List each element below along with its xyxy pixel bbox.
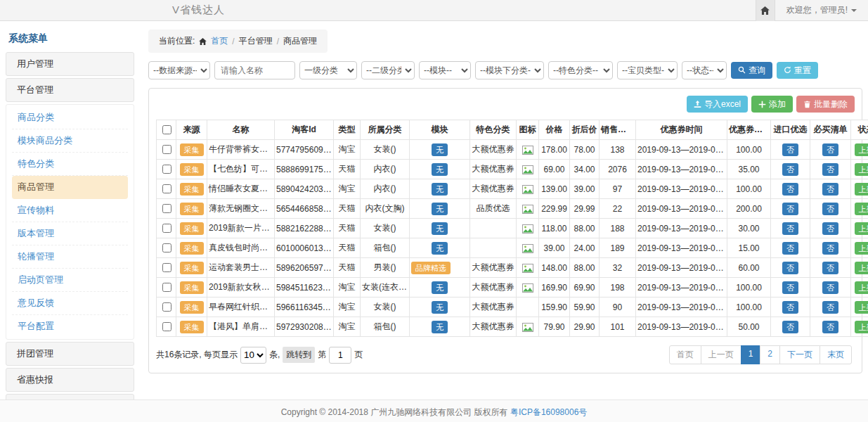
status-select[interactable]: --状态-- — [682, 61, 727, 79]
status-badge[interactable]: 上架 — [855, 163, 868, 176]
level1-category-select[interactable]: 一级分类 — [299, 61, 357, 79]
row-checkbox[interactable] — [162, 224, 171, 233]
sidebar-item-feature-category[interactable]: 特色分类 — [12, 153, 128, 176]
sidebar-item-groupbuy-management[interactable]: 拼团管理 — [6, 342, 134, 366]
cell-status: 上架 — [851, 258, 868, 278]
module-select[interactable]: --模块-- — [419, 61, 471, 79]
status-badge[interactable]: 上架 — [855, 321, 868, 333]
per-page-select[interactable]: 10 — [240, 347, 266, 364]
row-checkbox[interactable] — [162, 204, 171, 213]
must-buy-toggle[interactable]: 否 — [822, 203, 838, 215]
must-buy-toggle[interactable]: 否 — [822, 281, 838, 294]
sidebar-item-platform-config[interactable]: 平台配置 — [12, 315, 128, 338]
import-select-toggle[interactable]: 否 — [782, 163, 798, 176]
batch-delete-button[interactable]: 批量删除 — [796, 96, 855, 113]
table-row: 采集 牛仔背带裤女秋装减龄... 577479560965 淘宝 女装() 无 … — [157, 140, 868, 160]
discount-price: 29.90 — [570, 317, 600, 337]
product-image-icon — [522, 263, 533, 273]
module-subcategory-select[interactable]: --模块下分类-- — [475, 61, 544, 79]
row-checkbox[interactable] — [162, 283, 171, 292]
import-select-toggle[interactable]: 否 — [782, 222, 798, 235]
page-button[interactable]: 下一页 — [779, 345, 820, 364]
page-number-input[interactable] — [329, 347, 351, 364]
cell-module: 无 — [410, 298, 470, 317]
product-category: 内衣(文胸) — [361, 199, 410, 219]
page-button[interactable]: 首页 — [669, 345, 701, 364]
icp-link[interactable]: 粤ICP备16098006号 — [510, 407, 587, 417]
sidebar-item-version-management[interactable]: 版本管理 — [12, 222, 128, 245]
breadcrumb-home-link[interactable]: 首页 — [211, 35, 228, 47]
sidebar-item-carousel-management[interactable]: 轮播管理 — [12, 245, 128, 269]
select-all-checkbox[interactable] — [162, 125, 171, 134]
data-source-select[interactable]: --数据来源-- — [148, 61, 210, 79]
row-checkbox[interactable] — [162, 145, 171, 154]
import-excel-button[interactable]: 导入excel — [687, 96, 748, 113]
sidebar-item-savings-news[interactable]: 省惠快报 — [6, 368, 134, 392]
sidebar-item-user-management[interactable]: 用户管理 — [6, 52, 134, 76]
reset-button[interactable]: 重置 — [777, 62, 818, 79]
row-checkbox[interactable] — [162, 243, 171, 252]
must-buy-toggle[interactable]: 否 — [822, 163, 838, 176]
row-checkbox[interactable] — [162, 184, 171, 193]
page: V省钱达人 欢迎您，管理员! 系统菜单 用户管理 平台管理 商品分类 模块商品分… — [0, 0, 868, 422]
home-button[interactable] — [756, 0, 775, 21]
feature-category-select[interactable]: --特色分类-- — [548, 61, 613, 79]
import-select-toggle[interactable]: 否 — [782, 143, 798, 156]
sidebar-item-feedback[interactable]: 意见反馈 — [12, 292, 128, 315]
item-type-select[interactable]: --宝贝类型-- — [617, 61, 678, 79]
sidebar-item-product-category[interactable]: 商品分类 — [12, 106, 128, 129]
import-select-toggle[interactable]: 否 — [782, 183, 798, 196]
status-badge[interactable]: 上架 — [855, 262, 868, 274]
discount-price: 88.00 — [570, 258, 600, 278]
jump-button[interactable]: 跳转到 — [283, 347, 315, 363]
page-button[interactable]: 上一页 — [701, 345, 741, 364]
import-select-toggle[interactable]: 否 — [782, 301, 798, 314]
row-checkbox[interactable] — [162, 263, 171, 272]
must-buy-toggle[interactable]: 否 — [822, 262, 838, 274]
import-select-toggle[interactable]: 否 — [782, 321, 798, 333]
status-badge[interactable]: 上架 — [855, 222, 868, 235]
import-select-toggle[interactable]: 否 — [782, 281, 798, 294]
sidebar-item-product-management[interactable]: 商品管理 — [12, 176, 128, 199]
name-search-input[interactable] — [214, 61, 295, 79]
product-name: 运动套装男士卫衣初秋... — [207, 258, 275, 278]
coupon-time: 2019-09-13—2019-09-17 — [636, 278, 727, 298]
user-menu[interactable]: 欢迎您，管理员! — [775, 4, 868, 16]
page-buttons: 首页上一页12下一页末页 — [670, 345, 852, 364]
must-buy-toggle[interactable]: 否 — [822, 242, 838, 255]
row-checkbox[interactable] — [162, 302, 171, 312]
sidebar-item-promo-material[interactable]: 宣传物料 — [12, 199, 128, 222]
level2-category-select[interactable]: --二级分类-- — [361, 61, 415, 79]
import-select-toggle[interactable]: 否 — [782, 203, 798, 215]
price: 79.90 — [539, 317, 570, 337]
status-badge[interactable]: 上架 — [855, 242, 868, 255]
must-buy-toggle[interactable]: 否 — [822, 222, 838, 235]
sidebar-item-splash-management[interactable]: 启动页管理 — [12, 269, 128, 292]
sidebar-item-module-product-category[interactable]: 模块商品分类 — [12, 129, 128, 153]
status-badge[interactable]: 上架 — [855, 203, 868, 215]
add-button[interactable]: 添加 — [751, 96, 793, 113]
sidebar-item-platform-management[interactable]: 平台管理 — [6, 78, 134, 102]
must-buy-toggle[interactable]: 否 — [822, 301, 838, 314]
import-select-toggle[interactable]: 否 — [782, 262, 798, 274]
page-button[interactable]: 1 — [741, 345, 761, 364]
import-select-toggle[interactable]: 否 — [782, 242, 798, 255]
query-button[interactable]: 查询 — [731, 62, 772, 79]
cell-module: 无 — [410, 278, 470, 298]
discount-price: 88.00 — [570, 219, 600, 238]
status-badge[interactable]: 上架 — [855, 301, 868, 314]
taoke-id: 588216228899 — [275, 219, 334, 238]
must-buy-toggle[interactable]: 否 — [822, 321, 838, 333]
row-checkbox[interactable] — [162, 322, 171, 331]
must-buy-toggle[interactable]: 否 — [822, 143, 838, 156]
status-badge[interactable]: 上架 — [855, 143, 868, 156]
table-row: 采集 薄款无钢圈文胸聚拢性... 565446685867 天猫 内衣(文胸) … — [157, 199, 868, 219]
status-badge[interactable]: 上架 — [855, 281, 868, 294]
page-button[interactable]: 末页 — [820, 345, 852, 364]
page-button[interactable]: 2 — [760, 345, 780, 364]
must-buy-toggle[interactable]: 否 — [822, 183, 838, 196]
status-badge[interactable]: 上架 — [855, 183, 868, 196]
plus-icon — [758, 101, 766, 108]
row-checkbox[interactable] — [162, 165, 171, 174]
cell-checkbox — [157, 140, 176, 160]
